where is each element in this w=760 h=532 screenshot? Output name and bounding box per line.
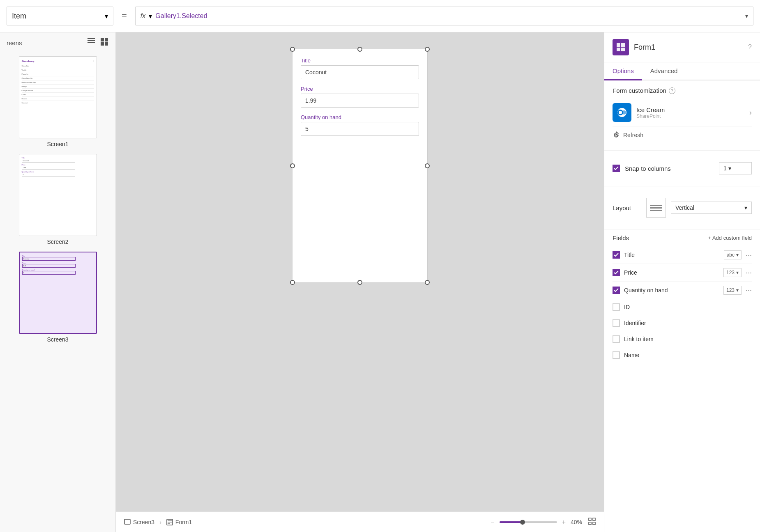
handle-bc[interactable] [357, 280, 362, 285]
field-checkbox-title[interactable] [613, 251, 620, 259]
snap-select-chevron: ▾ [728, 165, 731, 172]
zoom-slider[interactable] [500, 521, 557, 523]
field-more-qty[interactable]: ··· [746, 286, 752, 295]
field-checkbox-name[interactable] [613, 351, 620, 359]
svg-point-22 [619, 111, 622, 114]
tab-options[interactable]: Options [604, 62, 642, 80]
field-checkbox-link[interactable] [613, 335, 620, 343]
svg-rect-4 [105, 38, 108, 41]
field-more-title[interactable]: ··· [746, 251, 752, 259]
svg-rect-11 [168, 523, 170, 524]
formula-bar: fx ▾ Gallery1.Selected ▾ [135, 7, 753, 25]
refresh-row[interactable]: Refresh [613, 126, 752, 144]
datasource-chevron[interactable]: › [749, 108, 752, 117]
field-row-id: ID [613, 299, 752, 315]
screen1-label: Screen1 [47, 141, 68, 147]
svg-point-23 [622, 110, 626, 115]
item-selector-text: Item [12, 12, 101, 21]
grid-view-icon[interactable] [100, 37, 109, 48]
field-type-qty[interactable]: 123 ▾ [723, 286, 742, 295]
svg-rect-13 [593, 518, 595, 521]
field-checkbox-id[interactable] [613, 303, 620, 311]
field-type-price[interactable]: 123 ▾ [723, 268, 742, 277]
list-view-icon[interactable] [87, 37, 96, 48]
title-field-input[interactable] [301, 65, 419, 79]
item-selector[interactable]: Item ▾ [7, 7, 113, 25]
handle-br[interactable] [425, 280, 430, 285]
breadcrumb-screen[interactable]: Screen3 [124, 519, 154, 525]
price-field: Price [301, 86, 419, 108]
zoom-slider-thumb[interactable] [520, 520, 525, 525]
snap-checkbox[interactable] [613, 165, 620, 172]
price-field-input[interactable] [301, 94, 419, 108]
field-name-price: Price [624, 269, 719, 276]
field-row-identifier: Identifier [613, 315, 752, 331]
sidebar-item-screen1[interactable]: Strawberry › Chocolate Vanilla Pistachio… [3, 56, 112, 147]
field-checkbox-qty[interactable] [613, 287, 620, 294]
layout-select[interactable]: Vertical ▾ [671, 202, 752, 214]
form-icon [166, 519, 173, 525]
fields-section: Fields + Add custom field Title abc ▾ ··… [604, 229, 760, 368]
datasource-subtitle: SharePoint [636, 113, 744, 119]
field-checkbox-identifier[interactable] [613, 319, 620, 327]
screen-list: Strawberry › Chocolate Vanilla Pistachio… [0, 53, 115, 532]
breadcrumb-form[interactable]: Form1 [166, 519, 192, 525]
tab-advanced[interactable]: Advanced [642, 62, 686, 80]
fields-title: Fields [613, 234, 708, 241]
title-field: Title [301, 57, 419, 79]
formula-dropdown-icon[interactable]: ▾ [745, 13, 748, 19]
snap-section: Snap to columns 1 ▾ [604, 151, 760, 186]
zoom-fit-button[interactable] [588, 518, 596, 527]
customization-help-icon[interactable]: ? [669, 87, 675, 94]
svg-rect-7 [124, 519, 130, 524]
handle-tr[interactable] [425, 47, 430, 52]
zoom-slider-fill [500, 521, 523, 523]
field-type-title[interactable]: abc ▾ [724, 250, 742, 259]
handle-mr[interactable] [425, 163, 430, 168]
zoom-plus-button[interactable]: + [560, 517, 567, 527]
zoom-percentage: 40% [571, 519, 585, 525]
layout-line-3 [650, 210, 662, 211]
svg-rect-9 [168, 521, 172, 521]
sidebar-item-screen2[interactable]: Title Coconut Price 1.99 Quantity on han… [3, 154, 112, 245]
screen-icon [124, 519, 131, 525]
svg-rect-18 [617, 48, 620, 51]
layout-line-2 [650, 207, 662, 209]
layout-line-1 [650, 205, 662, 206]
panel-header: Form1 ? [604, 32, 760, 62]
screen1-preview: Strawberry › Chocolate Vanilla Pistachio… [19, 56, 97, 138]
layout-preview-icon[interactable] [646, 198, 666, 218]
field-name-name: Name [624, 352, 752, 358]
field-type-chevron-qty: ▾ [736, 287, 739, 293]
field-row-name: Name [613, 347, 752, 363]
add-custom-field-button[interactable]: + Add custom field [708, 235, 752, 241]
zoom-minus-button[interactable]: − [489, 517, 496, 527]
item-selector-dropdown-icon: ▾ [105, 12, 108, 20]
snap-columns-select[interactable]: 1 ▾ [719, 162, 752, 174]
field-name-title: Title [624, 252, 720, 258]
svg-rect-10 [168, 522, 172, 523]
handle-tc[interactable] [357, 47, 362, 52]
right-panel: Form1 ? Options Advanced Form customizat… [604, 32, 760, 532]
svg-rect-0 [88, 38, 95, 39]
field-more-price[interactable]: ··· [746, 268, 752, 277]
svg-rect-12 [589, 518, 591, 521]
screen2-label: Screen2 [47, 238, 68, 245]
layout-value: Vertical [675, 204, 694, 211]
svg-rect-3 [101, 38, 104, 41]
sidebar-item-screen3[interactable]: Title Coconut Price 1.99 Quantity on han… [3, 252, 112, 343]
handle-bl[interactable] [290, 280, 295, 285]
form-customization-title: Form customization ? [613, 87, 752, 94]
field-checkbox-price[interactable] [613, 269, 620, 276]
qty-field-input[interactable] [301, 122, 419, 136]
handle-tl[interactable] [290, 47, 295, 52]
panel-icon [613, 39, 629, 55]
handle-ml[interactable] [290, 163, 295, 168]
svg-rect-2 [88, 42, 95, 43]
title-field-label: Title [301, 57, 419, 64]
field-row-link: Link to item [613, 331, 752, 347]
field-row-title: Title abc ▾ ··· [613, 246, 752, 264]
panel-help-icon[interactable]: ? [748, 44, 752, 51]
form-canvas[interactable]: Title Price Quantity on hand [292, 49, 428, 283]
layout-row: Layout Vertical ▾ [613, 193, 752, 222]
